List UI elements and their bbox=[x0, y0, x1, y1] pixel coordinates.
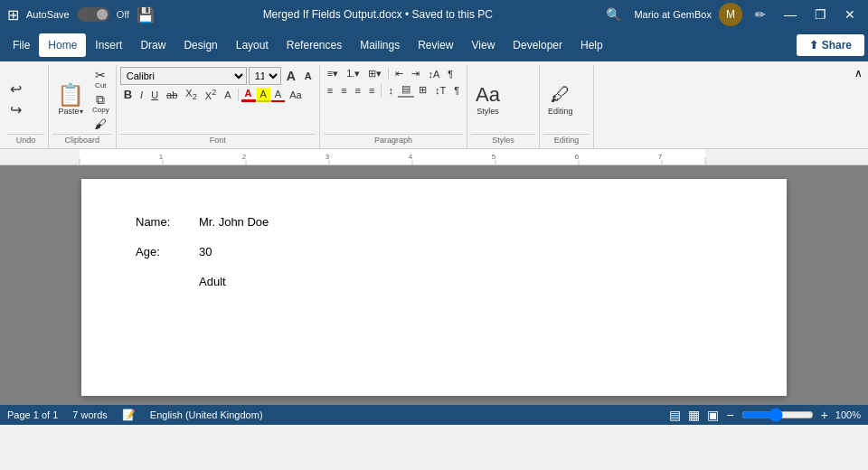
menu-review[interactable]: Review bbox=[409, 33, 462, 57]
status-bar: Page 1 of 1 7 words 📝 English (United Ki… bbox=[0, 405, 868, 425]
bold-btn[interactable]: B bbox=[120, 87, 136, 102]
highlight-btn[interactable]: A bbox=[257, 88, 270, 102]
menu-references[interactable]: References bbox=[278, 33, 351, 57]
zoom-slider[interactable] bbox=[741, 408, 814, 422]
paste-btn[interactable]: 📋 Paste ▾ bbox=[52, 76, 89, 123]
name-value: Mr. John Doe bbox=[199, 215, 269, 229]
menu-insert[interactable]: Insert bbox=[86, 33, 131, 57]
close-btn[interactable]: ✕ bbox=[839, 5, 861, 24]
font-effects-btn[interactable]: A bbox=[221, 89, 234, 101]
search-icon[interactable]: 🔍 bbox=[600, 5, 627, 24]
toggle-off-label: Off bbox=[117, 9, 129, 20]
menu-view[interactable]: View bbox=[463, 33, 505, 57]
undo-group: ↩ ↪ Undo bbox=[4, 65, 49, 148]
menu-bar: File Home Insert Draw Design Layout Refe… bbox=[0, 29, 868, 61]
superscript-btn[interactable]: X2 bbox=[202, 87, 220, 102]
autosave-toggle[interactable] bbox=[77, 7, 109, 22]
numbering-btn[interactable]: 1.▾ bbox=[343, 67, 363, 80]
align-center-btn[interactable]: ≡ bbox=[337, 84, 350, 97]
document-page[interactable]: Name: Mr. John Doe Age: 30 Adult bbox=[81, 179, 787, 396]
editing-btn[interactable]: 🖊 Editing bbox=[543, 76, 578, 123]
copy-btn[interactable]: ⧉ Copy bbox=[90, 91, 112, 116]
user-name: Mario at GemBox bbox=[634, 9, 712, 20]
age-value: 30 bbox=[199, 245, 212, 258]
zoom-level: 100% bbox=[835, 409, 861, 420]
menu-draw[interactable]: Draw bbox=[131, 33, 175, 57]
print-layout-btn[interactable]: ▤ bbox=[669, 408, 681, 422]
editing-group: 🖊 Editing Editing bbox=[540, 65, 594, 148]
shading-para-btn[interactable]: ▤ bbox=[398, 82, 414, 98]
multilevel-btn[interactable]: ⊞▾ bbox=[364, 67, 385, 80]
status-value: Adult bbox=[199, 275, 226, 288]
menu-mailings[interactable]: Mailings bbox=[351, 33, 409, 57]
clipboard-group: 📋 Paste ▾ ✂ Cut ⧉ Copy 🖌 Clipboard bbox=[49, 65, 117, 148]
line-spacing-btn[interactable]: ↕ bbox=[384, 84, 397, 97]
word-count: 7 words bbox=[72, 409, 108, 420]
age-label: Age: bbox=[136, 245, 190, 258]
menu-file[interactable]: File bbox=[4, 33, 39, 57]
windows-icon[interactable]: ⊞ bbox=[7, 6, 19, 24]
text-case-btn[interactable]: Aa bbox=[286, 89, 305, 101]
ruler: 1 2 3 4 5 6 7 bbox=[0, 149, 868, 165]
text-dir-btn[interactable]: ↕T bbox=[431, 84, 449, 97]
font-size-select[interactable]: 11 bbox=[249, 67, 281, 85]
rtl-btn[interactable]: ¶ bbox=[450, 84, 463, 97]
page-info: Page 1 of 1 bbox=[7, 409, 58, 420]
styles-group: Aa Styles Styles bbox=[467, 65, 540, 148]
cut-btn[interactable]: ✂ Cut bbox=[90, 67, 112, 91]
grow-font-btn[interactable]: A bbox=[283, 68, 299, 84]
decrease-indent-btn[interactable]: ⇤ bbox=[392, 67, 407, 80]
status-field: Adult bbox=[136, 275, 732, 288]
borders-btn[interactable]: ⊞ bbox=[415, 83, 430, 97]
subscript-btn[interactable]: X2 bbox=[182, 87, 200, 102]
name-field: Name: Mr. John Doe bbox=[136, 215, 732, 229]
sort-btn[interactable]: ↕A bbox=[424, 68, 443, 80]
save-icon[interactable]: 💾 bbox=[137, 6, 155, 24]
menu-help[interactable]: Help bbox=[571, 33, 612, 57]
justify-btn[interactable]: ≡ bbox=[365, 84, 378, 97]
menu-home[interactable]: Home bbox=[39, 33, 86, 57]
redo-btn[interactable]: ↪ bbox=[7, 99, 24, 120]
minimize-btn[interactable]: — bbox=[778, 5, 802, 24]
align-left-btn[interactable]: ≡ bbox=[324, 84, 336, 97]
proofing-icon[interactable]: 📝 bbox=[122, 409, 136, 421]
user-avatar[interactable]: M bbox=[719, 3, 742, 26]
undo-btn[interactable]: ↩ bbox=[7, 79, 24, 99]
language[interactable]: English (United Kingdom) bbox=[150, 409, 263, 420]
svg-text:7: 7 bbox=[658, 153, 663, 161]
collapse-ribbon-btn[interactable]: ∧ bbox=[849, 65, 868, 81]
menu-developer[interactable]: Developer bbox=[504, 33, 571, 57]
pen-icon[interactable]: ✏ bbox=[750, 5, 771, 24]
align-right-btn[interactable]: ≡ bbox=[352, 84, 364, 97]
font-name-select[interactable]: Calibri bbox=[120, 67, 247, 85]
svg-text:4: 4 bbox=[409, 153, 413, 161]
svg-text:6: 6 bbox=[575, 153, 580, 161]
ribbon: ↩ ↪ Undo 📋 Paste ▾ ✂ Cut ⧉ Copy 🖌 Clipbo… bbox=[0, 61, 868, 149]
autosave-label: AutoSave bbox=[26, 9, 70, 20]
strikethrough-btn[interactable]: ab bbox=[163, 89, 181, 101]
shading-btn[interactable]: A bbox=[271, 88, 285, 102]
web-layout-btn[interactable]: ▦ bbox=[688, 408, 700, 422]
increase-indent-btn[interactable]: ⇥ bbox=[408, 67, 423, 80]
format-painter-btn[interactable]: 🖌 bbox=[90, 116, 112, 132]
menu-design[interactable]: Design bbox=[175, 33, 226, 57]
svg-text:2: 2 bbox=[242, 153, 247, 161]
title-bar: ⊞ AutoSave Off 💾 Merged If Fields Output… bbox=[0, 0, 868, 29]
name-label: Name: bbox=[136, 215, 190, 229]
share-button[interactable]: ⬆Share bbox=[797, 34, 864, 56]
zoom-plus-btn[interactable]: + bbox=[821, 408, 828, 422]
shrink-font-btn[interactable]: A bbox=[301, 70, 316, 82]
bullets-btn[interactable]: ≡▾ bbox=[324, 67, 342, 80]
svg-text:3: 3 bbox=[326, 153, 330, 161]
restore-btn[interactable]: ❐ bbox=[809, 5, 832, 24]
zoom-minus-btn[interactable]: − bbox=[726, 408, 733, 422]
svg-rect-1 bbox=[80, 149, 705, 165]
menu-layout[interactable]: Layout bbox=[227, 33, 278, 57]
read-mode-btn[interactable]: ▣ bbox=[707, 408, 719, 422]
styles-btn[interactable]: Aa Styles bbox=[471, 76, 505, 123]
font-color-btn[interactable]: A bbox=[241, 87, 256, 102]
filename: Merged If Fields Output.docx • Saved to … bbox=[162, 8, 593, 21]
show-para-btn[interactable]: ¶ bbox=[444, 68, 457, 80]
italic-btn[interactable]: I bbox=[137, 89, 146, 101]
underline-btn[interactable]: U bbox=[147, 89, 162, 101]
